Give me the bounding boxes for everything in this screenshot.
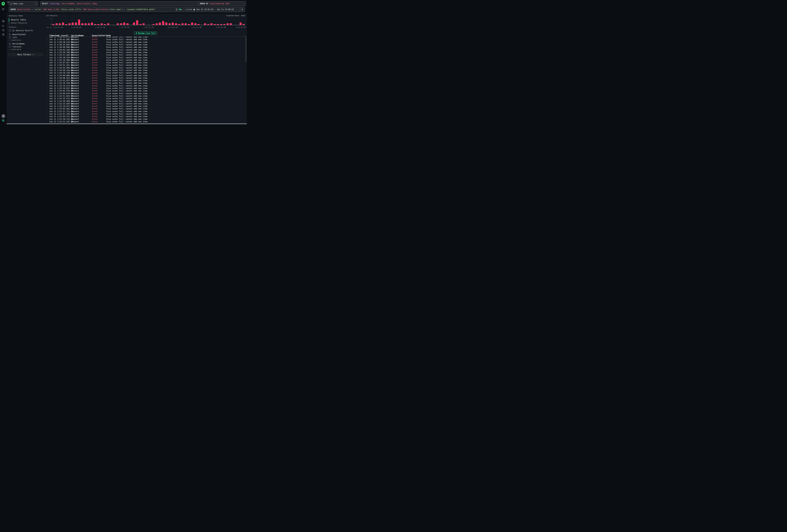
chart-explorer-icon[interactable] xyxy=(2,24,4,27)
order-by-input[interactable]: ORDER BY TimestampTime DESC xyxy=(198,1,246,6)
col-timestamp[interactable]: Timestamp (Local) xyxy=(49,35,69,37)
table-row[interactable]: ›Jun 11 1:52:02.581 PMpaymenterrorVisa c… xyxy=(46,107,245,110)
table-row[interactable]: ›Jun 11 1:52:35.232 PMpaymenterrorVisa c… xyxy=(46,97,245,100)
help-button[interactable]: ? xyxy=(2,114,5,118)
col-body[interactable]: Body xyxy=(106,35,245,37)
table-row[interactable]: ›Jun 11 1:53:26.250 PMpaymenterrorVisa c… xyxy=(46,82,245,84)
chart-bar xyxy=(91,22,93,25)
more-filters-button[interactable]: More filters xyxy=(8,53,43,56)
table-row[interactable]: ›Jun 11 1:52:51.824 PMpaymenterrorVisa c… xyxy=(46,95,245,97)
denoise-checkbox[interactable] xyxy=(9,29,11,31)
table-row[interactable]: ›Jun 11 1:55:51.448 PMpaymenterrorVisa c… xyxy=(46,54,245,56)
table-row[interactable]: ›Jun 11 1:53:05.578 PMpaymenterrorVisa c… xyxy=(46,89,245,92)
cell-timestamp: Jun 11 1:51:47.229 PM xyxy=(49,113,69,115)
active-tab-indicator xyxy=(9,18,9,21)
table-row[interactable]: ›Jun 11 1:52:25.630 PMpaymenterrorVisa c… xyxy=(46,103,245,105)
chart-bar xyxy=(88,23,90,25)
source-select-value: Demo Logs xyxy=(13,2,23,5)
table-row[interactable]: ›Jun 11 1:53:41.873 PMpaymenterrorVisa c… xyxy=(46,79,245,82)
load-more-severitytext[interactable]: Load more xyxy=(9,39,43,41)
filter-option-info[interactable]: info xyxy=(9,36,43,39)
table-row[interactable]: ›Jun 11 1:56:32.843 PMpaymenterrorVisa c… xyxy=(46,43,245,46)
source-select[interactable]: Demo Logs xyxy=(9,1,38,6)
filter-group-servicename[interactable]: ServiceName xyxy=(9,43,43,45)
table-row[interactable]: ›Jun 11 1:53:00.676 PMpaymenterrorVisa c… xyxy=(46,92,245,95)
table-row[interactable]: ›Jun 11 1:56:03.248 PMpaymenterrorVisa c… xyxy=(46,48,245,51)
table-row[interactable]: ›Jun 11 1:52:19.473 PMpaymenterrorVisa c… xyxy=(46,105,245,107)
table-row[interactable]: ›Jun 11 1:53:24.274 PMpaymenterrorVisa c… xyxy=(46,85,245,87)
select-query-text: Timestamp, ServiceName, SeverityText, Bo… xyxy=(49,2,97,5)
load-more-servicename[interactable]: Load more xyxy=(9,48,43,50)
table-row[interactable]: ›Jun 11 1:54:43.948 PMpaymenterrorVisa c… xyxy=(46,67,245,69)
run-query-button[interactable] xyxy=(240,7,245,12)
table-row[interactable]: ›Jun 11 1:51:31.415 PMpaymenterrorVisa c… xyxy=(46,121,245,123)
lucene-mode-toggle[interactable]: Lucene xyxy=(185,8,192,10)
where-query-input[interactable]: WHERE SeverityText = 'error' AND Body IL… xyxy=(9,7,194,12)
cell-servicename: payment xyxy=(71,77,90,79)
filter-option-checkout[interactable]: checkout xyxy=(9,45,43,48)
table-row[interactable]: ›Jun 11 1:56:42.995 PMpaymenterrorVisa c… xyxy=(46,38,245,41)
table-row[interactable]: ›Jun 11 1:56:51.975 PMpaymenterrorVisa c… xyxy=(46,37,245,38)
cell-severitytext: error xyxy=(92,59,105,61)
table-row[interactable]: ›Jun 11 1:53:10.922 PMpaymenterrorVisa c… xyxy=(46,87,245,89)
chart-bar xyxy=(239,22,241,25)
filter-group-severitytext[interactable]: SeverityText xyxy=(9,34,43,36)
cell-severitytext: error xyxy=(92,115,105,118)
cell-servicename: payment xyxy=(71,118,90,120)
table-row[interactable]: ›Jun 11 1:55:16.296 PMpaymenterrorVisa c… xyxy=(46,59,245,61)
denoise-results-row[interactable]: Denoise Results xyxy=(9,29,43,31)
table-row[interactable]: ›Jun 11 1:51:43.121 PMpaymenterrorVisa c… xyxy=(46,115,245,118)
tab-event-patterns[interactable]: Event Patterns xyxy=(9,21,43,25)
row-expand-chevron: › xyxy=(46,44,49,46)
info-checkbox[interactable] xyxy=(9,36,11,39)
table-row[interactable]: ›Jun 11 1:52:30.469 PMpaymenterrorVisa c… xyxy=(46,100,245,102)
select-query-input[interactable]: SELECT Timestamp, ServiceName, SeverityT… xyxy=(40,1,200,6)
chart-bar xyxy=(191,22,193,25)
chart-bars[interactable] xyxy=(52,19,245,25)
cell-severitytext: error xyxy=(92,80,105,82)
table-row[interactable]: ›Jun 11 1:54:52.241 PMpaymenterrorVisa c… xyxy=(46,64,245,66)
row-expand-chevron: › xyxy=(46,46,49,48)
table-row[interactable]: ›Jun 11 1:55:39.324 PMpaymenterrorVisa c… xyxy=(46,56,245,59)
lightning-icon xyxy=(136,32,137,34)
table-row[interactable]: ›Jun 11 1:54:09.906 PMpaymenterrorVisa c… xyxy=(46,74,245,77)
row-expand-chevron: › xyxy=(46,110,49,112)
dashboards-icon[interactable] xyxy=(2,33,4,36)
row-expand-chevron: › xyxy=(46,41,49,43)
log-search-icon[interactable] xyxy=(2,20,4,22)
table-row[interactable]: ›Jun 11 1:55:59.760 PMpaymenterrorVisa c… xyxy=(46,51,245,54)
checkout-checkbox[interactable] xyxy=(9,45,11,48)
time-range-picker[interactable]: Jun 11 13:41:52 - Jun 11 13:56:52 xyxy=(192,7,240,12)
chart-bar xyxy=(175,23,177,25)
cell-severitytext: error xyxy=(92,67,105,69)
horizontal-scrollbar[interactable] xyxy=(7,123,247,124)
table-row[interactable]: ›Jun 11 1:56:38.534 PMpaymenterrorVisa c… xyxy=(46,41,245,43)
chart-bar xyxy=(120,23,122,25)
cell-servicename: payment xyxy=(71,64,90,66)
sidebar-collapse-icon[interactable] xyxy=(2,8,4,10)
cell-timestamp: Jun 11 1:53:10.922 PM xyxy=(49,87,69,89)
app-logo-icon[interactable] xyxy=(2,2,5,6)
table-options-kebab-icon[interactable]: ⋮ xyxy=(243,34,244,36)
cell-timestamp: Jun 11 1:56:38.534 PM xyxy=(49,41,69,43)
sql-mode-toggle[interactable]: SQL xyxy=(179,8,182,10)
col-servicename[interactable]: ServiceName xyxy=(71,35,90,37)
col-severitytext[interactable]: SeverityText xyxy=(92,35,105,37)
cell-body: Visa cache full: cannot add new item. xyxy=(106,85,245,87)
table-row[interactable]: ›Jun 11 1:54:26.230 PMpaymenterrorVisa c… xyxy=(46,71,245,74)
chart-bar xyxy=(227,23,229,25)
table-row[interactable]: ›Jun 11 1:55:07.827 PMpaymenterrorVisa c… xyxy=(46,61,245,64)
table-row[interactable]: ›Jun 11 1:51:47.229 PMpaymenterrorVisa c… xyxy=(46,113,245,115)
table-row[interactable]: ›Jun 11 1:51:57.712 PMpaymenterrorVisa c… xyxy=(46,110,245,113)
cell-servicename: payment xyxy=(71,87,90,89)
chart-bar xyxy=(143,23,145,25)
user-avatar[interactable]: U xyxy=(2,119,5,122)
sessions-icon[interactable] xyxy=(2,29,4,31)
table-row[interactable]: ›Jun 11 1:54:40.218 PMpaymenterrorVisa c… xyxy=(46,69,245,71)
table-row[interactable]: ›Jun 11 1:54:06.953 PMpaymenterrorVisa c… xyxy=(46,77,245,79)
table-row[interactable]: ›Jun 11 1:56:08.948 PMpaymenterrorVisa c… xyxy=(46,46,245,48)
vertical-scrollbar[interactable] xyxy=(246,36,246,62)
tab-results-table[interactable]: Results Table xyxy=(9,18,43,21)
table-row[interactable]: ›Jun 11 1:51:39.115 PMpaymenterrorVisa c… xyxy=(46,118,245,121)
cell-body: Visa cache full: cannot add new item. xyxy=(106,46,245,48)
